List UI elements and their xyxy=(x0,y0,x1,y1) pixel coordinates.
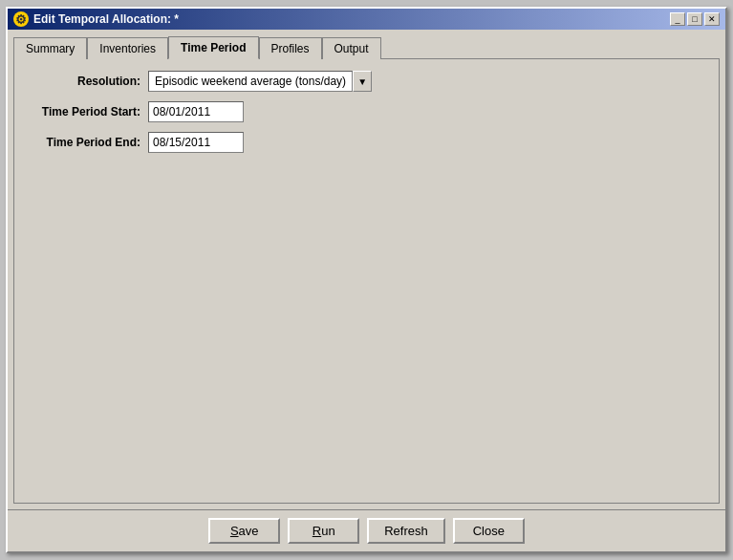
resolution-select: Episodic weekend average (tons/day) ▼ xyxy=(148,71,372,92)
close-label: Close xyxy=(473,524,505,538)
tab-content: Resolution: Episodic weekend average (to… xyxy=(13,58,720,504)
button-bar: Save Run Refresh Close xyxy=(8,509,725,551)
close-title-button[interactable]: ✕ xyxy=(704,12,720,26)
time-period-end-row: Time Period End: xyxy=(26,132,707,153)
save-button[interactable]: Save xyxy=(208,518,280,544)
run-button[interactable]: Run xyxy=(288,518,359,544)
run-label: Run xyxy=(313,524,335,538)
time-period-end-input[interactable] xyxy=(148,132,244,153)
refresh-button[interactable]: Refresh xyxy=(367,518,445,544)
content-spacer xyxy=(26,162,707,491)
maximize-button[interactable]: □ xyxy=(687,12,702,26)
save-label: Save xyxy=(230,524,259,538)
title-bar-left: ⚙ Edit Temporal Allocation: * xyxy=(13,11,179,27)
time-period-start-input[interactable] xyxy=(148,101,244,122)
time-period-start-row: Time Period Start: xyxy=(26,101,707,122)
title-bar: ⚙ Edit Temporal Allocation: * _ □ ✕ xyxy=(8,9,725,30)
close-button[interactable]: Close xyxy=(453,518,525,544)
tab-output[interactable]: Output xyxy=(322,37,381,59)
refresh-label: Refresh xyxy=(384,524,428,538)
tab-time-period[interactable]: Time Period xyxy=(168,36,258,59)
minimize-button[interactable]: _ xyxy=(670,12,685,26)
tab-summary[interactable]: Summary xyxy=(13,37,87,59)
window-title: Edit Temporal Allocation: * xyxy=(33,12,179,26)
resolution-value: Episodic weekend average (tons/day) xyxy=(148,71,353,92)
window-icon: ⚙ xyxy=(13,11,29,27)
main-window: ⚙ Edit Temporal Allocation: * _ □ ✕ Summ… xyxy=(6,7,727,553)
tab-inventories[interactable]: Inventories xyxy=(87,37,168,59)
resolution-label: Resolution: xyxy=(26,75,140,88)
time-period-end-label: Time Period End: xyxy=(26,136,140,149)
resolution-row: Resolution: Episodic weekend average (to… xyxy=(26,71,707,92)
window-content: Summary Inventories Time Period Profiles… xyxy=(8,30,725,509)
time-period-start-label: Time Period Start: xyxy=(26,105,140,118)
resolution-dropdown-button[interactable]: ▼ xyxy=(353,71,372,92)
tab-bar: Summary Inventories Time Period Profiles… xyxy=(13,35,720,58)
tab-profiles[interactable]: Profiles xyxy=(259,37,322,59)
title-controls: _ □ ✕ xyxy=(670,12,720,26)
